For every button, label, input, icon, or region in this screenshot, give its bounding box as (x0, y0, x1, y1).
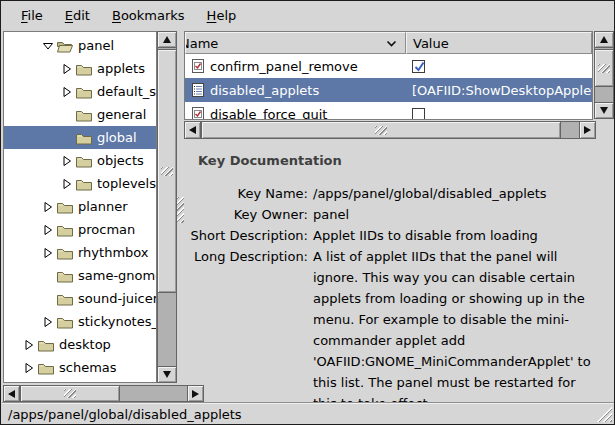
expander-closed-icon[interactable] (22, 362, 35, 374)
expander-closed-icon[interactable] (41, 316, 54, 328)
grip-icon (598, 64, 610, 73)
folder-icon (56, 223, 74, 237)
arrow-down-icon (163, 371, 171, 378)
arrow-left-icon (8, 390, 15, 398)
config-tree: panel applets default_setup general glob… (3, 31, 157, 383)
tree-item-panel[interactable]: panel (4, 34, 156, 57)
menu-edit[interactable]: Edit (54, 5, 101, 26)
check-icon (413, 60, 426, 73)
sort-descending-icon (386, 40, 397, 48)
tree-vertical-scrollbar[interactable] (157, 31, 177, 383)
arrow-up-icon (600, 36, 608, 43)
tree-item-same-gnome[interactable]: same-gnome (4, 264, 156, 287)
doc-title: Key Documentation (184, 141, 612, 168)
menu-help[interactable]: Help (196, 5, 248, 26)
grip-icon (177, 197, 184, 223)
folder-icon (75, 85, 93, 99)
expander-closed-icon[interactable] (22, 339, 35, 351)
expander-closed-icon[interactable] (60, 178, 73, 190)
arrow-right-icon (584, 126, 591, 134)
scroll-down-button[interactable] (594, 102, 614, 119)
folder-icon (75, 131, 93, 145)
doc-field-long-description: Long Description: A list of applet IIDs … (184, 246, 612, 414)
scroll-down-button[interactable] (157, 366, 177, 383)
grip-icon (161, 167, 173, 176)
statusbar: /apps/panel/global/disabled_applets (2, 402, 615, 425)
keys-table: Name Value confirm_panel_remove disabled… (184, 31, 593, 120)
arrow-down-icon (600, 107, 608, 114)
tree-item-procman[interactable]: procman (4, 218, 156, 241)
folder-icon (56, 200, 74, 214)
table-row[interactable]: disable_force_quit (185, 102, 592, 120)
boolean-key-icon (190, 106, 206, 120)
scroll-left-button[interactable] (3, 385, 20, 402)
tree-horizontal-scrollbar[interactable] (3, 385, 204, 402)
expander-open-icon[interactable] (41, 40, 54, 52)
scroll-left-button[interactable] (184, 121, 201, 139)
value-cell: [OAFIID:ShowDesktopApplet] (412, 78, 593, 102)
scroll-up-button[interactable] (594, 31, 614, 48)
folder-open-icon (56, 39, 74, 53)
expander-closed-icon[interactable] (60, 86, 73, 98)
folder-icon (56, 315, 74, 329)
tree-item-planner[interactable]: planner (4, 195, 156, 218)
table-horizontal-scrollbar[interactable] (184, 121, 596, 139)
table-row[interactable]: disabled_applets [OAFIID:ShowDesktopAppl… (185, 78, 592, 102)
value-cell (412, 54, 425, 78)
tree-item-stickynotes[interactable]: stickynotes_applet (4, 310, 156, 333)
value-checkbox[interactable] (412, 60, 425, 73)
menu-bookmarks[interactable]: Bookmarks (101, 5, 196, 26)
gconf-editor-window: File Edit Bookmarks Help panel applets d… (0, 0, 615, 425)
expander-closed-icon[interactable] (41, 224, 54, 236)
expander-closed-icon[interactable] (60, 63, 73, 75)
tree-item-applets[interactable]: applets (4, 57, 156, 80)
scroll-right-button[interactable] (187, 385, 204, 402)
arrow-left-icon (189, 126, 196, 134)
expander-closed-icon[interactable] (41, 201, 54, 213)
tree-item-general[interactable]: general (4, 103, 156, 126)
expander-closed-icon[interactable] (41, 247, 54, 259)
scrollbar-thumb[interactable] (20, 385, 120, 402)
doc-fields: Key Name: /apps/panel/global/disabled_ap… (184, 183, 612, 414)
menubar: File Edit Bookmarks Help (2, 2, 613, 29)
scroll-up-button[interactable] (157, 31, 177, 48)
doc-field-short-description: Short Description: Applet IIDs to disabl… (184, 225, 612, 246)
folder-icon (75, 62, 93, 76)
boolean-key-icon (190, 58, 206, 74)
scrollbar-thumb[interactable] (157, 49, 177, 293)
value-cell (412, 102, 425, 120)
tree-item-global[interactable]: global (4, 126, 156, 149)
scrollbar-thumb[interactable] (201, 121, 561, 139)
tree-item-sound-juicer[interactable]: sound-juicer (4, 287, 156, 310)
tree-item-desktop[interactable]: desktop (4, 333, 156, 356)
folder-icon (75, 108, 93, 122)
tree-item-rhythmbox[interactable]: rhythmbox (4, 241, 156, 264)
resize-grip[interactable] (596, 406, 612, 422)
tree-item-default-setup[interactable]: default_setup (4, 80, 156, 103)
tree-item-schemas[interactable]: schemas (4, 356, 156, 379)
folder-icon (75, 154, 93, 168)
tree-item-toplevels[interactable]: toplevels (4, 172, 156, 195)
menu-file[interactable]: File (10, 5, 54, 26)
tree-item-objects[interactable]: objects (4, 149, 156, 172)
column-header-name[interactable]: Name (185, 32, 406, 54)
arrow-right-icon (192, 390, 199, 398)
doc-field-key-owner: Key Owner: panel (184, 204, 612, 225)
list-key-icon (190, 82, 206, 98)
column-header-value[interactable]: Value (406, 32, 592, 54)
folder-icon (56, 292, 74, 306)
expander-closed-icon[interactable] (60, 155, 73, 167)
scrollbar-thumb[interactable] (594, 49, 614, 87)
arrow-up-icon (163, 36, 171, 43)
folder-icon (37, 338, 55, 352)
statusbar-path: /apps/panel/global/disabled_applets (8, 407, 242, 422)
folder-icon (75, 177, 93, 191)
scroll-right-button[interactable] (579, 121, 596, 139)
pane-splitter[interactable] (177, 31, 184, 383)
folder-icon (37, 361, 55, 375)
value-checkbox[interactable] (412, 108, 425, 121)
table-row[interactable]: confirm_panel_remove (185, 54, 592, 78)
folder-icon (56, 269, 74, 283)
grip-icon (375, 126, 387, 135)
table-vertical-scrollbar[interactable] (594, 31, 614, 119)
